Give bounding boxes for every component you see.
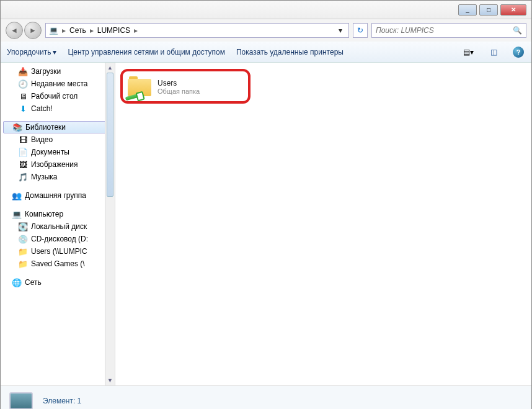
folder-item-users[interactable]: Users Общая папка	[124, 71, 248, 102]
sidebar-item-label: Домашняя группа	[25, 191, 86, 200]
downloads-icon: 📥	[18, 66, 28, 76]
sidebar-item-music[interactable]: 🎵Музыка	[1, 171, 115, 183]
sidebar-item-catch[interactable]: ⬇Catch!	[1, 102, 115, 115]
network-center-button[interactable]: Центр управления сетями и общим доступом	[68, 48, 225, 56]
sidebar-item-label: Библиотеки	[25, 123, 66, 132]
sidebar-item-label: Сеть	[25, 278, 42, 287]
pictures-icon: 🖼	[18, 160, 28, 169]
sidebar-item-label: Изображения	[31, 160, 78, 169]
help-button[interactable]: ?	[512, 45, 525, 59]
remote-printers-button[interactable]: Показать удаленные принтеры	[236, 48, 344, 56]
catch-icon: ⬇	[18, 104, 28, 114]
sidebar-item-label: Недавние места	[31, 79, 87, 88]
explorer-window: _ □ ✕ ◄ ► 💻 ▸ Сеть ▸ LUMPICS ▸ ▾ ↻ 🔍 Упо…	[0, 0, 532, 409]
close-button[interactable]: ✕	[500, 4, 526, 16]
sidebar-item-label: Локальный диск	[31, 222, 87, 231]
network-icon: 🌐	[12, 277, 22, 287]
sidebar-item-label: CD-дисковод (D:	[31, 235, 88, 243]
folder-text: Users Общая папка	[157, 79, 200, 95]
computer-icon: 💻	[12, 209, 22, 219]
breadcrumb-network[interactable]: Сеть	[67, 26, 89, 35]
sidebar-item-libraries[interactable]: 📚Библиотеки	[3, 121, 112, 133]
sidebar-item-label: Видео	[31, 135, 53, 144]
body: 📥Загрузки 🕘Недавние места 🖥Рабочий стол …	[1, 63, 531, 385]
search-icon[interactable]: 🔍	[513, 26, 522, 35]
libraries-icon: 📚	[12, 122, 22, 132]
scroll-up-icon[interactable]: ▲	[105, 63, 115, 73]
sidebar-item-label: Catch!	[31, 104, 53, 113]
status-bar: Элемент: 1	[1, 385, 531, 409]
sidebar-item-label: Saved Games (\	[31, 259, 85, 268]
sidebar-item-label: Рабочий стол	[31, 92, 78, 101]
music-icon: 🎵	[18, 172, 28, 182]
share-icon: 📁	[18, 246, 28, 256]
sidebar-item-savedgames-share[interactable]: 📁Saved Games (\	[1, 258, 115, 270]
disk-icon: 💽	[18, 222, 28, 231]
status-text: Элемент: 1	[43, 397, 81, 405]
sidebar-item-video[interactable]: 🎞Видео	[1, 133, 115, 146]
view-options-button[interactable]: ▤ ▾	[461, 47, 476, 58]
sidebar-item-localdisk[interactable]: 💽Локальный диск	[1, 220, 115, 233]
refresh-button[interactable]: ↻	[353, 23, 368, 38]
sidebar-item-network[interactable]: 🌐Сеть	[1, 276, 115, 289]
search-bar[interactable]: 🔍	[371, 23, 526, 38]
shared-folder-icon	[126, 74, 153, 100]
forward-button[interactable]: ►	[24, 22, 42, 39]
navigation-pane: 📥Загрузки 🕘Недавние места 🖥Рабочий стол …	[1, 63, 115, 385]
minimize-button[interactable]: _	[458, 4, 477, 16]
scroll-thumb[interactable]	[107, 73, 113, 197]
content-pane[interactable]: Users Общая папка	[115, 63, 531, 385]
sidebar-item-label: Загрузки	[31, 67, 61, 76]
help-icon: ?	[513, 47, 524, 58]
nav-buttons: ◄ ►	[6, 22, 42, 39]
sidebar-item-cddrive[interactable]: 💿CD-дисковод (D:	[1, 233, 115, 245]
back-button[interactable]: ◄	[6, 22, 23, 39]
cd-icon: 💿	[18, 234, 28, 244]
title-bar: _ □ ✕	[1, 1, 531, 19]
sidebar-scrollbar[interactable]: ▲ ▼	[105, 63, 115, 385]
share-icon: 📁	[18, 259, 28, 269]
address-dropdown-icon[interactable]: ▾	[335, 26, 346, 35]
address-bar[interactable]: 💻 ▸ Сеть ▸ LUMPICS ▸ ▾	[45, 23, 349, 38]
recent-icon: 🕘	[18, 79, 28, 89]
video-icon: 🎞	[18, 135, 28, 145]
chevron-down-icon: ▾	[53, 48, 56, 56]
sidebar-item-users-share[interactable]: 📁Users (\\LUMPIC	[1, 245, 115, 258]
sidebar-item-homegroup[interactable]: 👥Домашняя группа	[1, 189, 115, 202]
breadcrumb-lumpics[interactable]: LUMPICS	[95, 26, 133, 35]
chevron-down-icon: ▾	[470, 48, 474, 56]
view-icon: ▤	[463, 48, 470, 56]
sidebar-item-downloads[interactable]: 📥Загрузки	[1, 65, 115, 78]
nav-bar: ◄ ► 💻 ▸ Сеть ▸ LUMPICS ▸ ▾ ↻ 🔍	[1, 19, 531, 42]
sidebar-item-label: Users (\\LUMPIC	[31, 247, 87, 256]
sidebar-item-desktop[interactable]: 🖥Рабочий стол	[1, 90, 115, 102]
search-input[interactable]	[376, 26, 513, 35]
folder-name: Users	[157, 79, 200, 88]
maximize-button[interactable]: □	[479, 4, 498, 16]
scroll-down-icon[interactable]: ▼	[105, 375, 115, 385]
sidebar-item-recent[interactable]: 🕘Недавние места	[1, 78, 115, 90]
organize-menu[interactable]: Упорядочить ▾	[7, 48, 56, 56]
computer-big-icon	[8, 389, 34, 410]
folder-subtitle: Общая папка	[157, 88, 200, 95]
computer-icon: 💻	[48, 25, 58, 35]
homegroup-icon: 👥	[12, 191, 22, 200]
sidebar-item-documents[interactable]: 📄Документы	[1, 146, 115, 158]
sidebar-item-computer[interactable]: 💻Компьютер	[1, 208, 115, 220]
sidebar-item-label: Компьютер	[25, 210, 63, 218]
toolbar: Упорядочить ▾ Центр управления сетями и …	[1, 42, 531, 63]
desktop-icon: 🖥	[18, 91, 28, 101]
sidebar-item-pictures[interactable]: 🖼Изображения	[1, 158, 115, 171]
preview-icon: ◫	[490, 48, 497, 56]
breadcrumb-arrow-icon: ▸	[89, 26, 95, 35]
sidebar-item-label: Музыка	[31, 173, 57, 181]
preview-pane-button[interactable]: ◫	[487, 45, 500, 59]
organize-label: Упорядочить	[7, 48, 51, 56]
breadcrumb-arrow-icon: ▸	[61, 26, 67, 35]
sidebar-item-label: Документы	[31, 148, 69, 156]
breadcrumb-arrow-icon: ▸	[133, 26, 139, 35]
documents-icon: 📄	[18, 147, 28, 157]
